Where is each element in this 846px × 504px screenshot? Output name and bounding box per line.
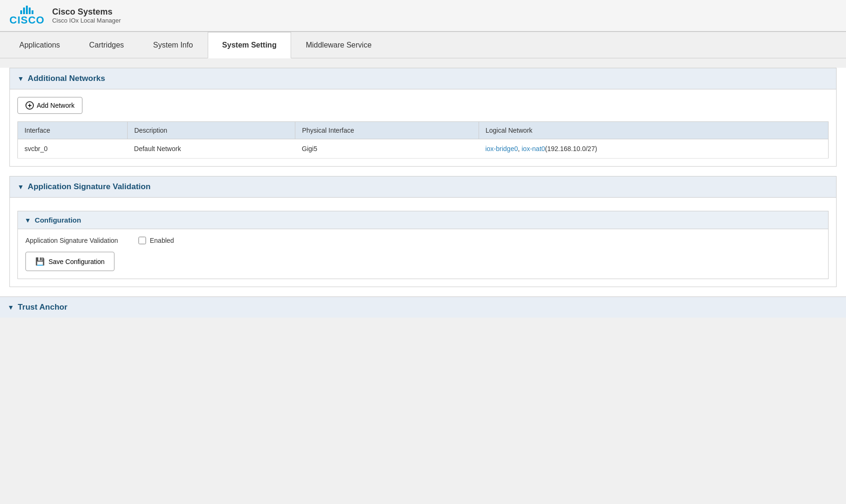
additional-networks-section: ▼ Additional Networks + Add Network Inte… <box>9 68 837 167</box>
additional-networks-header: ▼ Additional Networks <box>10 68 836 89</box>
additional-networks-title: Additional Networks <box>28 74 105 83</box>
cisco-wordmark: CISCO <box>9 15 45 25</box>
trust-anchor-title: Trust Anchor <box>18 303 67 312</box>
cisco-logo: CISCO <box>9 6 45 25</box>
plus-circle-icon: + <box>25 101 34 110</box>
tab-applications[interactable]: Applications <box>5 32 74 58</box>
main-content: ▼ Additional Networks + Add Network Inte… <box>0 68 846 318</box>
cisco-bars-icon <box>20 6 33 14</box>
save-configuration-label: Save Configuration <box>49 258 105 265</box>
main-nav: Applications Cartridges System Info Syst… <box>0 32 846 58</box>
chevron-down-icon-3: ▼ <box>24 216 31 224</box>
cell-logical-network: iox-bridge0, iox-nat0(192.168.10.0/27) <box>479 139 828 159</box>
tab-system-setting[interactable]: System Setting <box>208 32 292 58</box>
configuration-header: ▼ Configuration <box>18 211 828 229</box>
enabled-label: Enabled <box>150 237 174 244</box>
chevron-down-icon: ▼ <box>17 75 24 82</box>
app-signature-validation-body: ▼ Configuration Application Signature Va… <box>10 198 836 287</box>
trust-anchor-section: ▼ Trust Anchor <box>0 296 846 318</box>
configuration-body: Application Signature Validation Enabled… <box>18 229 828 279</box>
tab-cartridges[interactable]: Cartridges <box>74 32 138 58</box>
configuration-sub-section: ▼ Configuration Application Signature Va… <box>17 211 829 279</box>
logical-network-suffix: (192.168.10.0/27) <box>545 145 597 152</box>
additional-networks-body: + Add Network Interface Description Phys… <box>10 89 836 166</box>
header-title-block: Cisco Systems Cisco IOx Local Manager <box>52 7 121 24</box>
chevron-down-icon-4: ▼ <box>8 304 14 311</box>
save-icon: 💾 <box>35 257 45 266</box>
cell-interface: svcbr_0 <box>18 139 128 159</box>
app-subtitle: Cisco IOx Local Manager <box>52 17 121 24</box>
col-description: Description <box>128 122 295 139</box>
save-configuration-button[interactable]: 💾 Save Configuration <box>25 252 114 271</box>
col-logical-network: Logical Network <box>479 122 828 139</box>
tab-middleware-service[interactable]: Middleware Service <box>291 32 386 58</box>
cell-physical-interface: Gigi5 <box>295 139 479 159</box>
app-signature-validation-section: ▼ Application Signature Validation ▼ Con… <box>9 176 837 287</box>
table-header-row: Interface Description Physical Interface… <box>18 122 829 139</box>
app-header: CISCO Cisco Systems Cisco IOx Local Mana… <box>0 0 846 32</box>
col-interface: Interface <box>18 122 128 139</box>
chevron-down-icon-2: ▼ <box>17 183 24 191</box>
table-row: svcbr_0 Default Network Gigi5 iox-bridge… <box>18 139 829 159</box>
app-signature-validation-header: ▼ Application Signature Validation <box>10 176 836 198</box>
company-name: Cisco Systems <box>52 7 121 17</box>
iox-bridge0-link[interactable]: iox-bridge0 <box>485 145 518 152</box>
add-network-button[interactable]: + Add Network <box>17 97 82 114</box>
cell-description: Default Network <box>128 139 295 159</box>
iox-nat0-link[interactable]: iox-nat0 <box>521 145 545 152</box>
add-network-label: Add Network <box>37 102 74 109</box>
signature-validation-label: Application Signature Validation <box>25 237 129 244</box>
col-physical-interface: Physical Interface <box>295 122 479 139</box>
enabled-checkbox-group: Enabled <box>138 237 174 244</box>
signature-validation-form-row: Application Signature Validation Enabled <box>25 237 821 244</box>
tab-system-info[interactable]: System Info <box>138 32 207 58</box>
app-signature-validation-title: Application Signature Validation <box>28 182 151 192</box>
networks-table: Interface Description Physical Interface… <box>17 121 829 159</box>
configuration-title: Configuration <box>35 216 81 224</box>
enabled-checkbox[interactable] <box>138 237 146 244</box>
